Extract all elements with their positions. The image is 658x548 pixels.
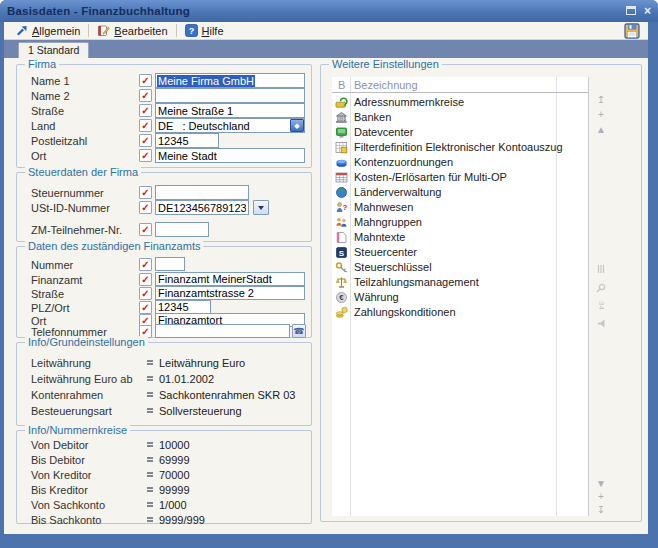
steuernummer-field[interactable] (155, 185, 249, 200)
settings-item-banken[interactable]: Banken (332, 110, 588, 125)
info-label: Bis Sachkonto (31, 514, 101, 526)
save-button[interactable] (622, 22, 642, 39)
help-icon: ? (185, 24, 198, 37)
toolbar-separator (88, 24, 89, 37)
waehrung-icon: € (335, 291, 348, 304)
checkmark-icon: ✓ (139, 119, 152, 132)
dial-button[interactable]: ☎ (292, 324, 306, 338)
mahnwesen-icon: ? (335, 201, 348, 214)
settings-item-filterdefinition-elektronischer-kontoauszug[interactable]: Filterdefinition Elektronischer Kontoaus… (332, 140, 588, 155)
settings-item-label: Filterdefinition Elektronischer Kontoaus… (354, 141, 563, 153)
chevron-down-icon (258, 206, 264, 210)
window-title: Basisdaten - Finanzbuchhaltung (7, 5, 190, 17)
field-label: Nummer (31, 259, 73, 271)
settings-item-label: Steuercenter (354, 246, 417, 258)
restore-icon (626, 6, 636, 15)
zm-teilnehmer-field[interactable] (155, 222, 209, 237)
ustid-dropdown-button[interactable] (253, 200, 269, 215)
close-button[interactable]: × (644, 6, 651, 16)
settings-item-zahlungskonditionen[interactable]: Zahlungskonditionen (332, 305, 588, 320)
settings-item-adressnummernkreise[interactable]: Adressnummernkreise (332, 95, 588, 110)
sort-icon[interactable]: 34 (597, 298, 606, 314)
bullet-icon (147, 487, 153, 492)
settings-item-label: Zahlungskonditionen (354, 306, 456, 318)
postleitzahl-field[interactable] (155, 133, 219, 148)
svg-text:S: S (339, 249, 345, 258)
bullet-icon (147, 408, 153, 413)
info-value: 69999 (159, 454, 190, 466)
list-icon[interactable] (597, 261, 605, 277)
checkmark-icon: ✓ (139, 201, 152, 214)
scroll-top-icon[interactable]: ↥ (593, 95, 609, 105)
group-weitere-einstellungen: Weitere Einstellungen B Bezeichnung Adre… (320, 64, 642, 522)
settings-item-label: Kontenzuordnungen (354, 156, 453, 168)
kosten-erloesarten-icon (335, 171, 348, 184)
info-value: 01.01.2002 (159, 373, 214, 385)
steuercenter-icon: S (335, 246, 348, 259)
info-value: 70000 (159, 469, 190, 481)
field-label: Finanzamt (31, 274, 82, 286)
info-label: Besteuerungsart (31, 405, 112, 417)
info-value: Sachkontenrahmen SKR 03 (159, 389, 295, 401)
finanzamt-nummer-field[interactable] (155, 257, 185, 271)
menu-hilfe[interactable]: ?Hilfe (180, 23, 229, 39)
finanzamt-plz-field[interactable] (155, 300, 211, 314)
mahngruppen-icon (335, 216, 348, 229)
checkmark-icon: ✓ (139, 149, 152, 162)
group-nummernkreise: Info/Nummernkreise Von Debitor10000Bis D… (16, 430, 312, 524)
finanzamt-strasse-field[interactable] (155, 286, 305, 300)
menu-label: Bearbeiten (114, 25, 167, 37)
telefonnummer-field[interactable] (155, 324, 290, 338)
tab-standard[interactable]: 1 Standard (18, 42, 89, 58)
field-label: Postleitzahl (31, 135, 87, 147)
info-label: Von Sachkonto (31, 499, 105, 511)
settings-item-kontenzuordnungen[interactable]: Kontenzuordnungen (332, 155, 588, 170)
add-record-icon[interactable]: + (593, 492, 609, 502)
settings-item-länderverwaltung[interactable]: Länderverwaltung (332, 185, 588, 200)
laenderverwaltung-icon (335, 186, 348, 199)
menu-allgemein[interactable]: Allgemein (10, 23, 85, 39)
scroll-up-icon[interactable]: ▲ (593, 125, 609, 135)
strasse-field[interactable] (155, 103, 305, 118)
settings-item-währung[interactable]: €Währung (332, 290, 588, 305)
group-firma-title: Firma (25, 58, 59, 70)
name2-field[interactable] (155, 88, 305, 103)
ustid-field[interactable] (155, 200, 249, 215)
land-field[interactable] (155, 118, 305, 133)
ort-field[interactable] (155, 148, 305, 163)
finanzamt-name-field[interactable] (155, 272, 305, 286)
settings-item-steuercenter[interactable]: SSteuercenter (332, 245, 588, 260)
info-label: Von Kreditor (31, 469, 92, 481)
filter-icon[interactable] (597, 316, 606, 332)
search-icon[interactable] (596, 280, 606, 296)
checkmark-icon: ✓ (139, 301, 152, 314)
settings-item-kosten-erlösarten-für-multi-op[interactable]: Kosten-/Erlösarten für Multi-OP (332, 170, 588, 185)
scroll-down-icon[interactable]: ▼ (593, 479, 609, 489)
restore-button[interactable] (626, 5, 636, 17)
group-steuerdaten-title: Steuerdaten der Firma (25, 166, 141, 178)
menu-bearbeiten[interactable]: Bearbeiten (92, 23, 172, 39)
settings-item-label: Adressnummernkreise (354, 96, 464, 108)
settings-item-teilzahlungsmanagement[interactable]: Teilzahlungsmanagement (332, 275, 588, 290)
settings-item-mahntexte[interactable]: Mahntexte (332, 230, 588, 245)
bullet-icon (147, 392, 153, 397)
field-label: USt-ID-Nummer (31, 202, 110, 214)
kontenzuordnungen-icon (335, 156, 348, 169)
settings-item-steuerschlüssel[interactable]: Steuerschlüssel (332, 260, 588, 275)
bullet-icon (147, 376, 153, 381)
add-record-icon[interactable]: + (593, 110, 609, 120)
name1-field[interactable]: Meine Firma GmbH (155, 73, 305, 88)
settings-item-mahnwesen[interactable]: ?Mahnwesen (332, 200, 588, 215)
land-lookup-button[interactable]: ◆ (290, 119, 304, 132)
field-label: PLZ/Ort (31, 302, 70, 314)
settings-item-mahngruppen[interactable]: Mahngruppen (332, 215, 588, 230)
column-header-b: B (338, 79, 345, 91)
settings-item-datevcenter[interactable]: Datevcenter (332, 125, 588, 140)
menu-label: Allgemein (32, 25, 80, 37)
settings-item-label: Länderverwaltung (354, 186, 441, 198)
info-value: 1/000 (159, 499, 187, 511)
scroll-bottom-icon[interactable]: ↧ (593, 505, 609, 515)
info-value: 10000 (159, 439, 190, 451)
checkmark-icon: ✓ (139, 104, 152, 117)
bullet-icon (147, 517, 153, 522)
